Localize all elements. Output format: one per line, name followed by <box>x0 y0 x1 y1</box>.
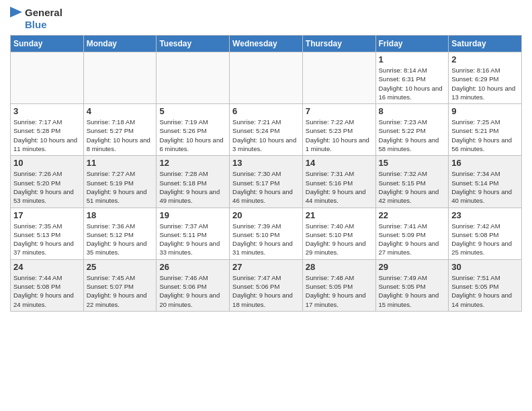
calendar-cell: 15Sunrise: 7:32 AM Sunset: 5:15 PM Dayli… <box>375 156 449 208</box>
weekday-header-row: SundayMondayTuesdayWednesdayThursdayFrid… <box>11 36 522 52</box>
calendar-cell: 25Sunrise: 7:45 AM Sunset: 5:07 PM Dayli… <box>83 259 157 311</box>
day-info: Sunrise: 7:40 AM Sunset: 5:10 PM Dayligh… <box>306 222 373 257</box>
day-info: Sunrise: 7:45 AM Sunset: 5:07 PM Dayligh… <box>87 273 154 309</box>
day-info: Sunrise: 8:16 AM Sunset: 6:29 PM Dayligh… <box>451 66 519 101</box>
day-number: 9 <box>451 106 519 116</box>
day-info: Sunrise: 7:25 AM Sunset: 5:21 PM Dayligh… <box>451 118 519 153</box>
day-number: 4 <box>87 106 154 116</box>
calendar-cell: 13Sunrise: 7:30 AM Sunset: 5:17 PM Dayli… <box>230 156 303 208</box>
calendar-cell: 6Sunrise: 7:21 AM Sunset: 5:24 PM Daylig… <box>230 104 303 156</box>
day-number: 29 <box>379 262 446 272</box>
calendar-cell: 19Sunrise: 7:37 AM Sunset: 5:11 PM Dayli… <box>157 208 230 259</box>
calendar-cell: 18Sunrise: 7:36 AM Sunset: 5:12 PM Dayli… <box>83 208 157 259</box>
day-info: Sunrise: 7:21 AM Sunset: 5:24 PM Dayligh… <box>232 118 300 153</box>
calendar-week-2: 3Sunrise: 7:17 AM Sunset: 5:28 PM Daylig… <box>11 104 522 156</box>
calendar-cell: 3Sunrise: 7:17 AM Sunset: 5:28 PM Daylig… <box>11 104 84 156</box>
day-info: Sunrise: 7:35 AM Sunset: 5:13 PM Dayligh… <box>13 222 81 257</box>
calendar-cell: 9Sunrise: 7:25 AM Sunset: 5:21 PM Daylig… <box>449 104 522 156</box>
day-info: Sunrise: 7:17 AM Sunset: 5:28 PM Dayligh… <box>13 118 81 153</box>
calendar-cell: 14Sunrise: 7:31 AM Sunset: 5:16 PM Dayli… <box>302 156 375 208</box>
calendar-cell: 8Sunrise: 7:23 AM Sunset: 5:22 PM Daylig… <box>375 104 449 156</box>
day-number: 1 <box>379 54 446 64</box>
day-info: Sunrise: 7:37 AM Sunset: 5:11 PM Dayligh… <box>159 222 226 257</box>
calendar-cell: 28Sunrise: 7:48 AM Sunset: 5:05 PM Dayli… <box>302 259 375 311</box>
calendar-week-5: 24Sunrise: 7:44 AM Sunset: 5:08 PM Dayli… <box>11 259 522 311</box>
weekday-header-monday: Monday <box>83 36 157 52</box>
day-number: 26 <box>159 262 226 272</box>
calendar-cell <box>157 52 230 104</box>
day-number: 3 <box>13 106 81 116</box>
calendar-cell: 23Sunrise: 7:42 AM Sunset: 5:08 PM Dayli… <box>449 208 522 259</box>
day-number: 25 <box>87 262 154 272</box>
weekday-header-friday: Friday <box>375 36 449 52</box>
calendar-cell: 7Sunrise: 7:22 AM Sunset: 5:23 PM Daylig… <box>302 104 375 156</box>
day-number: 30 <box>451 262 519 272</box>
calendar-cell: 2Sunrise: 8:16 AM Sunset: 6:29 PM Daylig… <box>449 52 522 104</box>
day-number: 17 <box>13 210 81 220</box>
day-info: Sunrise: 7:41 AM Sunset: 5:09 PM Dayligh… <box>379 222 446 257</box>
day-info: Sunrise: 7:30 AM Sunset: 5:17 PM Dayligh… <box>232 169 300 205</box>
logo-blue-text: Blue <box>25 19 62 31</box>
calendar-table: SundayMondayTuesdayWednesdayThursdayFrid… <box>10 35 522 312</box>
calendar-cell: 21Sunrise: 7:40 AM Sunset: 5:10 PM Dayli… <box>302 208 375 259</box>
day-number: 7 <box>306 106 373 116</box>
day-info: Sunrise: 7:39 AM Sunset: 5:10 PM Dayligh… <box>232 222 300 257</box>
day-info: Sunrise: 7:23 AM Sunset: 5:22 PM Dayligh… <box>379 118 446 153</box>
day-number: 10 <box>13 158 81 168</box>
day-number: 24 <box>13 262 81 272</box>
day-info: Sunrise: 7:19 AM Sunset: 5:26 PM Dayligh… <box>159 118 226 153</box>
calendar-cell: 12Sunrise: 7:28 AM Sunset: 5:18 PM Dayli… <box>157 156 230 208</box>
day-info: Sunrise: 7:32 AM Sunset: 5:15 PM Dayligh… <box>379 169 446 205</box>
logo: General Blue <box>10 7 62 31</box>
day-number: 19 <box>159 210 226 220</box>
day-info: Sunrise: 8:14 AM Sunset: 6:31 PM Dayligh… <box>379 66 446 101</box>
day-number: 13 <box>232 158 300 168</box>
day-number: 11 <box>87 158 154 168</box>
calendar-cell: 5Sunrise: 7:19 AM Sunset: 5:26 PM Daylig… <box>157 104 230 156</box>
calendar-container: General Blue SundayMondayTuesdayWednesda… <box>0 0 532 318</box>
calendar-week-4: 17Sunrise: 7:35 AM Sunset: 5:13 PM Dayli… <box>11 208 522 259</box>
day-info: Sunrise: 7:36 AM Sunset: 5:12 PM Dayligh… <box>87 222 154 257</box>
day-number: 22 <box>379 210 446 220</box>
day-info: Sunrise: 7:48 AM Sunset: 5:05 PM Dayligh… <box>306 273 373 309</box>
day-info: Sunrise: 7:49 AM Sunset: 5:05 PM Dayligh… <box>379 273 446 309</box>
calendar-cell: 27Sunrise: 7:47 AM Sunset: 5:06 PM Dayli… <box>230 259 303 311</box>
calendar-cell: 20Sunrise: 7:39 AM Sunset: 5:10 PM Dayli… <box>230 208 303 259</box>
day-info: Sunrise: 7:31 AM Sunset: 5:16 PM Dayligh… <box>306 169 373 205</box>
calendar-cell: 26Sunrise: 7:46 AM Sunset: 5:06 PM Dayli… <box>157 259 230 311</box>
weekday-header-saturday: Saturday <box>449 36 522 52</box>
day-number: 18 <box>87 210 154 220</box>
day-number: 5 <box>159 106 226 116</box>
day-number: 16 <box>451 158 519 168</box>
weekday-header-sunday: Sunday <box>11 36 84 52</box>
weekday-header-thursday: Thursday <box>302 36 375 52</box>
day-info: Sunrise: 7:44 AM Sunset: 5:08 PM Dayligh… <box>13 273 81 309</box>
calendar-cell: 30Sunrise: 7:51 AM Sunset: 5:05 PM Dayli… <box>449 259 522 311</box>
day-info: Sunrise: 7:42 AM Sunset: 5:08 PM Dayligh… <box>451 222 519 257</box>
weekday-header-tuesday: Tuesday <box>157 36 230 52</box>
day-number: 15 <box>379 158 446 168</box>
calendar-week-1: 1Sunrise: 8:14 AM Sunset: 6:31 PM Daylig… <box>11 52 522 104</box>
weekday-header-wednesday: Wednesday <box>230 36 303 52</box>
calendar-cell: 10Sunrise: 7:26 AM Sunset: 5:20 PM Dayli… <box>11 156 84 208</box>
day-number: 12 <box>159 158 226 168</box>
calendar-cell: 29Sunrise: 7:49 AM Sunset: 5:05 PM Dayli… <box>375 259 449 311</box>
calendar-cell: 11Sunrise: 7:27 AM Sunset: 5:19 PM Dayli… <box>83 156 157 208</box>
day-info: Sunrise: 7:47 AM Sunset: 5:06 PM Dayligh… <box>232 273 300 309</box>
logo-general-text: General <box>25 7 62 19</box>
calendar-cell: 24Sunrise: 7:44 AM Sunset: 5:08 PM Dayli… <box>11 259 84 311</box>
day-info: Sunrise: 7:22 AM Sunset: 5:23 PM Dayligh… <box>306 118 373 153</box>
logo-flag-icon <box>10 7 24 31</box>
calendar-cell: 1Sunrise: 8:14 AM Sunset: 6:31 PM Daylig… <box>375 52 449 104</box>
day-info: Sunrise: 7:51 AM Sunset: 5:05 PM Dayligh… <box>451 273 519 309</box>
calendar-cell: 16Sunrise: 7:34 AM Sunset: 5:14 PM Dayli… <box>449 156 522 208</box>
calendar-cell <box>230 52 303 104</box>
day-number: 21 <box>306 210 373 220</box>
day-number: 6 <box>232 106 300 116</box>
svg-marker-0 <box>10 7 22 17</box>
day-number: 20 <box>232 210 300 220</box>
day-number: 14 <box>306 158 373 168</box>
calendar-cell <box>83 52 157 104</box>
day-info: Sunrise: 7:28 AM Sunset: 5:18 PM Dayligh… <box>159 169 226 205</box>
day-info: Sunrise: 7:18 AM Sunset: 5:27 PM Dayligh… <box>87 118 154 153</box>
